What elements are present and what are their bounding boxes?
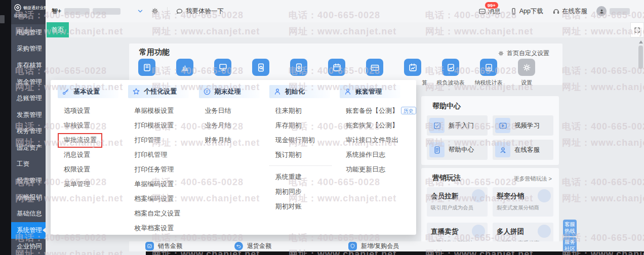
app-download-button[interactable]: App下载 bbox=[510, 7, 543, 16]
menu-item[interactable]: 审批流设置 bbox=[58, 133, 125, 147]
function-item[interactable] bbox=[319, 59, 354, 79]
menu-item[interactable]: 选项设置 bbox=[58, 103, 125, 118]
person-icon bbox=[344, 88, 352, 96]
user-account[interactable] bbox=[596, 6, 630, 16]
menu-item[interactable]: 菜单管理 bbox=[58, 177, 125, 191]
chevron-down-icon[interactable] bbox=[137, 8, 144, 15]
help-item[interactable]: 帮助中心 bbox=[427, 140, 488, 160]
function-item[interactable]: 税负波动表 bbox=[433, 59, 468, 87]
function-item[interactable]: 设置 bbox=[509, 59, 544, 87]
sidebar-item[interactable]: 发票管理 bbox=[11, 107, 46, 123]
tab-home[interactable]: 首页 bbox=[47, 22, 69, 37]
menu-column: 期末处理业务日结业务月结财务月结 bbox=[196, 85, 266, 235]
report-stat-icon bbox=[480, 59, 497, 76]
more-marketing-link[interactable]: 更多营销玩法 > bbox=[514, 175, 552, 183]
menu-item[interactable]: 权限设置 bbox=[58, 162, 125, 177]
sidebar-item[interactable]: 库存核算 bbox=[11, 57, 46, 74]
menu-item[interactable]: 财务月结 bbox=[199, 133, 266, 147]
side-badge[interactable]: 客服热线 bbox=[563, 220, 577, 236]
help-item[interactable]: 视频学习 bbox=[493, 115, 553, 136]
bottom-metric-item[interactable]: 退货金额 bbox=[234, 242, 271, 250]
menu-item[interactable]: 系统操作日志 bbox=[340, 147, 416, 162]
function-item[interactable] bbox=[243, 59, 278, 79]
calendar-chart-icon bbox=[404, 59, 421, 76]
menu-item[interactable]: 期初同步 bbox=[269, 184, 337, 199]
function-item[interactable] bbox=[167, 59, 203, 79]
function-item[interactable] bbox=[129, 59, 165, 79]
messages-button[interactable]: 99+ 消息 bbox=[478, 7, 501, 16]
online-service-button[interactable]: 在线客服 bbox=[552, 7, 587, 16]
menu-item[interactable]: 审核设置 bbox=[58, 118, 125, 133]
function-item[interactable] bbox=[205, 59, 240, 79]
menu-item[interactable]: 现金银行期初 bbox=[269, 133, 337, 147]
redacted-user-name bbox=[610, 8, 630, 15]
topbar: 智+ 我要体验一下 99+ 消息 bbox=[46, 0, 644, 22]
sidebar-item[interactable]: 固定资产 bbox=[11, 140, 46, 156]
menu-item[interactable]: 审计接口文件导出 bbox=[340, 133, 416, 147]
doc-fly-icon bbox=[203, 88, 211, 96]
bottom-metric-item[interactable]: 新增/复购会员 bbox=[348, 242, 399, 250]
menu-item[interactable]: 预订期初 bbox=[269, 147, 337, 162]
menu-item[interactable]: 打印机管理 bbox=[128, 147, 195, 162]
home-customize-button[interactable]: 首页自定义设置 bbox=[498, 49, 549, 58]
menu-column-header: 账套管理 bbox=[340, 85, 400, 98]
menu-item[interactable]: 系统重建 bbox=[269, 169, 337, 184]
sidebar-item[interactable]: 总账管理 bbox=[11, 90, 46, 107]
menu-item[interactable]: 打印模板设置 bbox=[128, 118, 195, 133]
marketing-item[interactable]: 会员拉新吸引用户成为会员 bbox=[427, 187, 488, 217]
menu-item[interactable]: 打印任务管理 bbox=[128, 162, 195, 177]
sidebar-item[interactable]: 小畅报销 bbox=[11, 189, 46, 206]
menu-item[interactable]: 账套备份【公测】历史 bbox=[340, 103, 416, 118]
history-badge[interactable]: 历史 bbox=[401, 107, 416, 114]
menu-item[interactable]: 往来期初 bbox=[269, 103, 337, 118]
marketing-item-desc: 吸引用户成为会员 bbox=[431, 204, 484, 211]
fullscreen-icon bbox=[634, 27, 640, 33]
sidebar-item[interactable]: 工资 bbox=[11, 156, 46, 173]
sidebar-item[interactable]: 资金管理 bbox=[11, 74, 46, 91]
function-item[interactable]: 纳税统计表 bbox=[471, 59, 506, 87]
menu-item[interactable]: 期初对账 bbox=[269, 199, 337, 214]
menu-item-label: 账套备份【公测】 bbox=[346, 106, 398, 115]
sidebar-item[interactable]: 采购管理 bbox=[11, 41, 46, 58]
sidebar-item[interactable]: 税务管理 bbox=[11, 123, 46, 140]
menu-item-label: 审计接口文件导出 bbox=[346, 136, 398, 145]
marketing-item[interactable]: 裂变分销裂变式发展分销商 bbox=[493, 187, 553, 217]
menu-item[interactable]: 档案自定义设置 bbox=[128, 206, 195, 221]
sidebar-item[interactable]: 企业协同 bbox=[11, 239, 46, 255]
keys-icon bbox=[62, 88, 70, 96]
scrollbar-up-arrow[interactable] bbox=[639, 40, 643, 44]
logo-icon bbox=[14, 4, 22, 12]
menu-item[interactable]: 功能更新日志 bbox=[340, 162, 416, 177]
menu-item[interactable]: 枚举档案设置 bbox=[128, 221, 195, 235]
menu-item[interactable]: 库存期初 bbox=[269, 118, 337, 133]
logo-title: 畅捷通好业财 bbox=[23, 5, 48, 11]
scrollbar-thumb[interactable] bbox=[638, 46, 643, 69]
experience-link[interactable]: 我要体验一下 bbox=[186, 7, 224, 16]
avatar bbox=[596, 6, 607, 16]
fullscreen-button[interactable] bbox=[630, 22, 644, 37]
menu-item[interactable]: 单据编码设置 bbox=[128, 177, 195, 191]
headset-icon bbox=[552, 8, 560, 15]
menu-item[interactable]: 档案编码设置 bbox=[128, 191, 195, 206]
menu-item[interactable]: 单据模板设置 bbox=[128, 103, 195, 118]
settings-gear-icon[interactable] bbox=[151, 7, 159, 15]
background-window-fragment bbox=[0, 15, 5, 23]
bottom-metric-item[interactable]: 销售金额 bbox=[145, 242, 182, 250]
sidebar-item[interactable]: 经营管理 bbox=[11, 173, 46, 189]
function-item[interactable] bbox=[281, 59, 316, 79]
sidebar-item[interactable]: 基础信息 bbox=[11, 205, 46, 222]
person-icon bbox=[273, 88, 281, 96]
menu-item[interactable]: 业务日结 bbox=[199, 103, 266, 118]
menu-item[interactable]: 打印管理 bbox=[128, 133, 195, 147]
help-item[interactable]: 新手入门 bbox=[427, 115, 488, 136]
function-item[interactable] bbox=[357, 59, 392, 79]
sidebar-item[interactable]: 系统管理 bbox=[11, 222, 46, 239]
menu-item[interactable]: 业务月结 bbox=[199, 118, 266, 133]
menu-item-label: 库存期初 bbox=[275, 121, 302, 130]
sidebar-item[interactable]: 电商管理 bbox=[11, 24, 46, 41]
bottom-metric-label: 销售金额 bbox=[158, 242, 182, 250]
menu-item[interactable]: 账套恢复【公测】 bbox=[340, 118, 416, 133]
menu-item[interactable]: 消息设置 bbox=[58, 147, 125, 162]
help-item[interactable]: 在线客服 bbox=[493, 140, 553, 160]
marketing-item-title: 多人拼团 bbox=[497, 227, 549, 236]
